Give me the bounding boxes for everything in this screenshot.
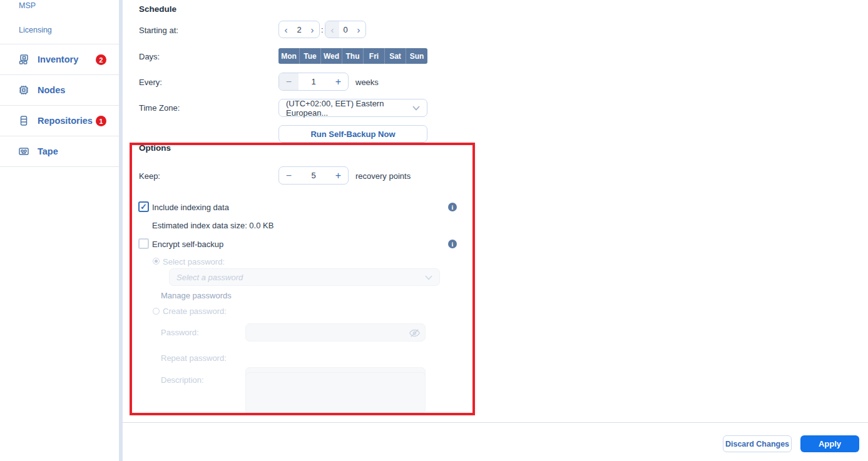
keep-stepper: − 5 + [278,166,349,185]
sidebar-item-label: Nodes [38,85,65,95]
include-indexing-label: Include indexing data [152,203,229,212]
nodes-icon [18,84,30,96]
password-field [245,323,426,342]
day-button-sun[interactable]: Sun [406,48,427,64]
minus-icon[interactable]: − [279,167,299,184]
keep-value: 5 [299,171,329,180]
tape-icon [18,145,30,158]
eye-slash-icon [409,328,420,341]
sidebar: MSP Licensing Inventory 2 Nodes Repo [0,0,119,461]
include-indexing-checkbox[interactable]: ✓ [138,201,149,212]
encrypt-label: Encrypt self-backup [152,240,223,249]
day-button-thu[interactable]: Thu [342,48,364,64]
day-picker: Mon Tue Wed Thu Fri Sat Sun [278,48,427,64]
discard-changes-button[interactable]: Discard Changes [723,435,792,452]
create-password-label: Create password: [163,306,227,316]
chevron-down-icon [412,103,420,113]
select-password-radio [153,258,160,265]
days-label: Days: [139,52,160,61]
time-zone-value: (UTC+02:00, EET) Eastern European... [286,99,412,118]
sidebar-item-licensing[interactable]: Licensing [19,26,52,34]
day-button-fri[interactable]: Fri [364,48,385,64]
check-icon: ✓ [140,202,147,211]
hour-stepper[interactable]: ‹ 2 › [278,21,320,38]
repeat-password-label: Repeat password: [161,353,227,363]
password-select: Select a password [169,268,440,286]
keep-unit: recovery points [355,171,411,181]
estimated-size-text: Estimated index data size: 0.0 KB [152,221,273,230]
sidebar-item-repositories[interactable]: Repositories 1 [0,106,119,136]
time-separator: : [321,25,324,34]
sidebar-item-nodes[interactable]: Nodes [0,75,119,106]
minute-stepper[interactable]: ‹ 0 › [325,21,366,38]
chevron-right-icon[interactable]: › [352,21,365,38]
repositories-badge: 1 [96,116,106,126]
starting-at-label: Starting at: [139,26,178,35]
chevron-down-icon [425,273,432,282]
schedule-heading: Schedule [139,4,176,14]
select-password-label: Select password: [163,257,225,266]
keep-label: Keep: [139,171,160,181]
minus-icon: − [279,73,299,90]
time-zone-label: Time Zone: [139,103,180,113]
info-icon[interactable]: i [448,240,457,248]
minute-value: 0 [339,25,352,34]
inventory-icon [18,53,30,66]
footer-divider [123,422,868,423]
description-field [245,372,426,414]
password-select-placeholder: Select a password [176,273,243,282]
chevron-right-icon[interactable]: › [305,21,319,38]
plus-icon[interactable]: + [329,167,348,184]
sidebar-main-items: Inventory 2 Nodes Repositories 1 [0,44,119,167]
apply-button[interactable]: Apply [800,435,859,452]
sidebar-item-msp[interactable]: MSP [19,1,36,10]
chevron-left-icon[interactable]: ‹ [279,21,293,38]
day-button-sat[interactable]: Sat [385,48,406,64]
every-stepper: − 1 + [278,73,349,91]
repositories-icon [18,114,30,127]
sidebar-item-label: Inventory [38,54,78,64]
options-heading: Options [139,143,171,153]
day-button-tue[interactable]: Tue [300,48,321,64]
hour-value: 2 [293,25,305,34]
info-icon[interactable]: i [448,203,457,211]
inventory-badge: 2 [96,54,106,65]
sidebar-item-inventory[interactable]: Inventory 2 [0,44,119,75]
plus-icon[interactable]: + [329,73,348,90]
manage-passwords-link: Manage passwords [161,291,232,300]
time-zone-select[interactable]: (UTC+02:00, EET) Eastern European... [278,99,427,117]
sidebar-item-tape[interactable]: Tape [0,136,119,167]
password-label: Password: [161,328,199,337]
description-label: Description: [161,375,204,385]
app-window: MSP Licensing Inventory 2 Nodes Repo [0,0,868,461]
every-label: Every: [139,78,162,87]
sidebar-item-label: Tape [38,146,58,156]
every-value: 1 [299,77,329,86]
day-button-wed[interactable]: Wed [321,48,342,64]
chevron-left-icon: ‹ [325,21,339,38]
every-unit: weeks [355,78,379,87]
day-button-mon[interactable]: Mon [278,48,300,64]
encrypt-checkbox[interactable] [138,238,149,249]
sidebar-item-label: Repositories [38,116,93,126]
create-password-radio [153,308,160,315]
run-self-backup-button[interactable]: Run Self-Backup Now [278,125,427,143]
settings-panel: Schedule Starting at: ‹ 2 › : ‹ 0 › Days… [123,0,868,461]
